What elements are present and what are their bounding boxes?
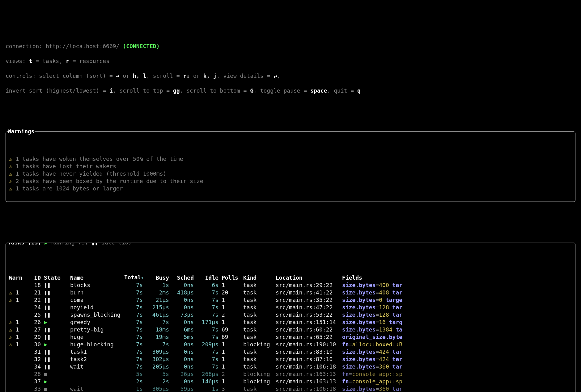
cell-busy: 5s	[162, 371, 169, 377]
pause-icon: ❚❚	[91, 243, 98, 246]
cell-idle-wrap: 7s	[197, 333, 222, 341]
cell-id-wrap: 21	[27, 289, 44, 296]
table-row[interactable]: ⚠ 130▶huge-blocking7s7s0ns209µs1blocking…	[9, 341, 572, 348]
views-key-t[interactable]: t	[29, 58, 32, 64]
cell-total: 7s	[136, 297, 143, 303]
cell-loc-wrap: src/main.rs:53:22	[276, 311, 342, 319]
table-row[interactable]: 25❚❚spawns_blocking7s461µs73µs7s2tasksrc…	[9, 311, 572, 319]
cell-total: 7s	[136, 319, 143, 325]
cell-state: ❚❚	[44, 281, 70, 289]
col-kind[interactable]: Kind	[243, 274, 276, 281]
cell-warn	[9, 348, 27, 356]
cell-location: src/main.rs:53:22	[276, 311, 333, 318]
cell-total-wrap: 7s	[124, 281, 146, 289]
col-sched[interactable]: Sched	[172, 274, 197, 281]
play-icon: ▶	[44, 341, 47, 348]
cell-warn: ⚠ 1	[9, 296, 27, 304]
col-name[interactable]: Name	[70, 274, 124, 281]
tasks-panel[interactable]: Tasks (15) ▶ Running (3) ❚❚ Idle (10)───…	[6, 243, 575, 392]
warning-icon: ⚠	[9, 326, 16, 333]
key-enter-icon: ↵	[274, 73, 277, 79]
connection-line: connection: http://localhost:6669/ (CONN…	[6, 43, 575, 50]
warning-icon: ⚠	[9, 297, 16, 303]
cell-total-wrap: 2s	[124, 378, 146, 385]
col-polls[interactable]: Polls	[222, 274, 243, 281]
cell-location: src/main.rs:87:10	[276, 356, 333, 362]
table-row[interactable]: ⚠ 121❚❚burn7s2ms418µs7s20tasksrc/main.rs…	[9, 289, 572, 296]
cell-state: ❚❚	[44, 326, 70, 333]
cell-id-wrap: 24	[27, 304, 44, 311]
field-eq: =	[375, 348, 379, 355]
cell-idle-wrap: 7s	[197, 311, 222, 319]
cell-name-wrap: pretty-big	[70, 326, 124, 333]
cell-sched-wrap: 59µs	[172, 385, 197, 392]
table-row[interactable]: 32❚❚task27s302µs0ns7s1tasksrc/main.rs:87…	[9, 356, 572, 363]
cell-id: 28	[34, 371, 41, 377]
cell-total-wrap: 7s	[124, 304, 146, 311]
col-busy[interactable]: Busy	[146, 274, 172, 281]
cell-total-wrap: 7s	[124, 363, 146, 370]
cell-sched-wrap: 5ms	[172, 333, 197, 341]
cell-fields: size.bytes=424 tar	[342, 348, 572, 356]
warn-count: 1	[16, 341, 19, 348]
tasks-table[interactable]: Warn ID State Name Total▾ Busy Sched Idl…	[9, 274, 572, 392]
table-row[interactable]: ⚠ 127❚❚pretty-big7s18ms6ms7s69tasksrc/ma…	[9, 326, 572, 333]
table-row[interactable]: 37▶2s2s0ns146µs1blockingsrc/main.rs:163:…	[9, 378, 572, 385]
cell-busy-wrap: 215µs	[146, 304, 172, 311]
cell-loc-wrap: src/main.rs:29:22	[276, 281, 342, 289]
table-row[interactable]: 33■wait1s305µs59µs1s3tasksrc/main.rs:106…	[9, 385, 572, 392]
cell-state: ❚❚	[44, 363, 70, 370]
col-id[interactable]: ID	[27, 274, 44, 281]
cell-id-wrap: 31	[27, 348, 44, 356]
table-row[interactable]: ⚠ 129❚❚huge7s19ms5ms7s69tasksrc/main.rs:…	[9, 333, 572, 341]
warnings-panel: Warnings ⚠ 1 tasks have woken themselves…	[6, 131, 575, 202]
col-idle[interactable]: Idle	[197, 274, 222, 281]
field-eq: =	[375, 326, 379, 333]
table-row[interactable]: 34❚❚wait7s205µs0ns7s1tasksrc/main.rs:106…	[9, 363, 572, 370]
cell-fields: size.bytes=424 tar	[342, 356, 572, 363]
key-hl: h, l	[133, 73, 146, 79]
cell-polls: 2	[222, 311, 225, 318]
table-row[interactable]: ⚠ 126▶greedy7s7s0ns171µs1tasksrc/main.rs…	[9, 319, 572, 326]
cell-name: spawns_blocking	[70, 311, 121, 318]
cell-name: blocks	[70, 282, 90, 288]
cell-sched-wrap: 6ms	[172, 326, 197, 333]
views-key-r[interactable]: r	[66, 58, 69, 64]
cell-id: 29	[34, 334, 41, 340]
table-row[interactable]: 24❚❚noyield7s215µs0ns7s1tasksrc/main.rs:…	[9, 304, 572, 311]
cell-location: src/main.rs:35:22	[276, 297, 333, 303]
field-val: 408	[379, 289, 389, 296]
cell-busy: 7s	[162, 319, 169, 325]
cell-state: ▶	[44, 319, 70, 326]
col-state[interactable]: State	[44, 274, 70, 281]
cell-kind: task	[243, 386, 257, 392]
cell-fields: size.bytes=360 tar	[342, 363, 572, 370]
cell-busy: 19ms	[156, 334, 169, 340]
cell-polls: 1	[222, 319, 225, 325]
cell-sched: 0ns	[184, 363, 194, 370]
col-total[interactable]: Total▾	[124, 274, 146, 281]
cell-loc-wrap: src/main.rs:163:13	[276, 378, 342, 385]
cell-name: task1	[70, 348, 87, 355]
cell-total: 7s	[136, 289, 143, 296]
table-row[interactable]: 28■5s5s26µs268µs2blockingsrc/main.rs:163…	[9, 370, 572, 378]
cell-busy-wrap: 305µs	[146, 385, 172, 392]
col-location[interactable]: Location	[276, 274, 342, 281]
cell-sched-wrap: 0ns	[172, 319, 197, 326]
warning-icon: ⚠	[9, 341, 16, 348]
cell-idle: 7s	[212, 311, 218, 318]
col-warn[interactable]: Warn	[9, 274, 27, 281]
cell-idle: 6s	[212, 282, 218, 288]
col-fields[interactable]: Fields	[342, 274, 572, 281]
cell-total-wrap: 7s	[124, 311, 146, 319]
cell-idle: 171µs	[202, 319, 218, 325]
table-row[interactable]: ⚠ 122❚❚coma7s21µs0ns7s1tasksrc/main.rs:3…	[9, 296, 572, 304]
cell-name: wait	[70, 363, 83, 370]
cell-busy-wrap: 5s	[146, 370, 172, 378]
field-tail: ta	[392, 326, 403, 333]
field-eq: =	[349, 341, 352, 348]
table-row[interactable]: 31❚❚task17s309µs0ns7s1tasksrc/main.rs:83…	[9, 348, 572, 356]
cell-name: greedy	[70, 319, 90, 325]
cell-state: ❚❚	[44, 296, 70, 304]
table-row[interactable]: 18❚❚blocks7s1s0ns6s1tasksrc/main.rs:29:2…	[9, 281, 572, 289]
